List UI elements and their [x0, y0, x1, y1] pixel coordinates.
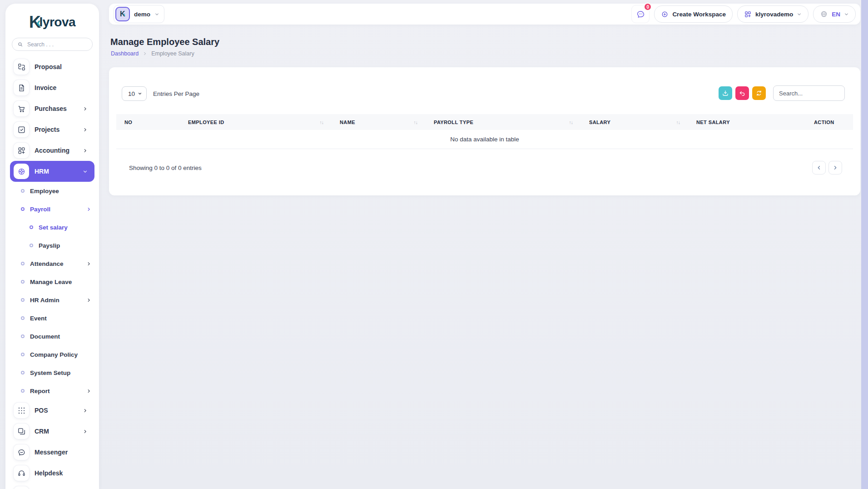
previous-page-button[interactable]	[812, 161, 826, 175]
sidebar-item-projects[interactable]: Projects	[10, 119, 94, 140]
column-label: NET SALARY	[696, 120, 730, 125]
table-footer: Showing 0 to 0 of 0 entries	[116, 161, 853, 175]
column-header-payroll-type[interactable]: PAYROLL TYPE↑↓	[426, 114, 581, 130]
sidebar-item-set-salary[interactable]: Set salary	[10, 218, 94, 236]
table-search-input[interactable]	[773, 85, 845, 101]
language-selector[interactable]: EN	[813, 5, 856, 23]
breadcrumb-dashboard-link[interactable]: Dashboard	[111, 50, 139, 57]
sidebar-item-report[interactable]: Report	[10, 382, 94, 400]
bullet-icon	[21, 353, 25, 356]
sidebar-item-purchases[interactable]: Purchases	[10, 98, 94, 119]
column-header-employee-id[interactable]: EMPLOYEE ID↑↓	[180, 114, 332, 130]
column-label: NAME	[340, 120, 355, 125]
sidebar-menu: ProposalInvoicePurchasesProjectsAccounti…	[5, 53, 99, 489]
bullet-icon	[30, 244, 33, 247]
table-header-row: NOEMPLOYEE ID↑↓NAME↑↓PAYROLL TYPE↑↓SALAR…	[116, 114, 853, 130]
globe-icon	[820, 10, 828, 18]
sidebar-item-label: Set salary	[39, 224, 68, 231]
sort-icon[interactable]: ↑↓	[414, 120, 418, 125]
projects-icon	[14, 122, 29, 137]
breadcrumb-current: Employee Salary	[151, 50, 194, 57]
helpdesk-icon	[14, 465, 29, 481]
column-header-action: ACTION	[806, 114, 853, 130]
sidebar-item-payroll[interactable]: Payroll	[10, 200, 94, 218]
sidebar-item-system-setup[interactable]: System Setup	[10, 364, 94, 382]
create-workspace-button[interactable]: Create Workspace	[654, 5, 733, 23]
bullet-icon	[21, 316, 25, 320]
sidebar-search-input[interactable]	[26, 41, 87, 48]
entries-per-page-label: Entries Per Page	[153, 90, 199, 97]
sidebar-item-pos[interactable]: POS	[10, 400, 94, 421]
chevron-right-icon	[83, 148, 88, 153]
chevron-left-icon	[816, 165, 822, 170]
workspace-switcher[interactable]: K‹ demo	[114, 5, 164, 23]
avatar-logo-accent-icon: ‹	[124, 11, 125, 17]
grid-plus-icon	[744, 10, 752, 18]
column-label: SALARY	[589, 120, 610, 125]
account-menu-button[interactable]: klyrovademo	[737, 5, 808, 23]
sidebar-item-label: Messenger	[35, 449, 68, 456]
sort-icon[interactable]: ↑↓	[676, 120, 680, 125]
sidebar-item-crm[interactable]: CRM	[10, 421, 94, 442]
sidebar-item-label: Proposal	[35, 63, 62, 70]
crm-icon	[14, 424, 29, 439]
chevron-right-icon	[83, 408, 88, 413]
sidebar-item-invoice[interactable]: Invoice	[10, 77, 94, 98]
logo-text: lyrova	[40, 16, 76, 29]
sidebar-item-event[interactable]: Event	[10, 309, 94, 327]
sidebar-item-label: POS	[35, 407, 48, 414]
sidebar-item-proposal[interactable]: Proposal	[10, 56, 94, 77]
sidebar-item-hrm[interactable]: HRM	[10, 161, 94, 182]
scrollbar[interactable]	[861, 0, 868, 489]
sidebar-item-label: Purchases	[35, 105, 67, 112]
sort-icon[interactable]: ↑↓	[320, 120, 324, 125]
sidebar-item-attendance[interactable]: Attendance	[10, 254, 94, 273]
reset-button[interactable]	[735, 86, 749, 100]
sidebar-search[interactable]	[12, 38, 93, 51]
chevron-right-icon	[86, 261, 91, 266]
account-label: klyrovademo	[755, 11, 793, 18]
sidebar-item-label: Document	[30, 333, 60, 340]
sidebar-item-hr-admin[interactable]: HR Admin	[10, 291, 94, 309]
bullet-icon	[21, 334, 25, 338]
sidebar-item-company-policy[interactable]: Company Policy	[10, 345, 94, 364]
sidebar-item-document[interactable]: Document	[10, 327, 94, 345]
bullet-icon	[21, 389, 25, 393]
sidebar-item-manage-leave[interactable]: Manage Leave	[10, 273, 94, 291]
bullet-icon	[30, 225, 33, 229]
entries-per-page-select[interactable]: 10	[122, 86, 147, 101]
column-label: EMPLOYEE ID	[188, 120, 224, 125]
page-title: Manage Employee Salary	[110, 37, 219, 47]
sidebar-item-helpdesk[interactable]: Helpdesk	[10, 463, 94, 484]
workspace-name: demo	[134, 11, 150, 18]
export-button[interactable]	[719, 86, 732, 100]
table-actions	[715, 85, 845, 101]
messages-button[interactable]: 0	[631, 5, 650, 23]
refresh-icon	[755, 90, 763, 97]
chevron-right-icon	[83, 429, 88, 434]
download-icon	[722, 90, 729, 97]
sidebar-item-label: Event	[30, 315, 47, 322]
chevron-down-icon	[797, 12, 802, 17]
bullet-icon	[21, 298, 25, 302]
column-label: PAYROLL TYPE	[434, 120, 473, 125]
next-page-button[interactable]	[828, 161, 842, 175]
sidebar-item-employee[interactable]: Employee	[10, 182, 94, 200]
messages-badge: 0	[644, 3, 652, 11]
sidebar-item-label: Projects	[35, 126, 60, 133]
column-header-salary[interactable]: SALARY↑↓	[581, 114, 688, 130]
sort-icon[interactable]: ↑↓	[569, 120, 573, 125]
sidebar-item-messenger[interactable]: Messenger	[10, 442, 94, 463]
employee-salary-table: NOEMPLOYEE ID↑↓NAME↑↓PAYROLL TYPE↑↓SALAR…	[116, 114, 853, 175]
column-header-name[interactable]: NAME↑↓	[332, 114, 426, 130]
app-logo: K‹lyrova	[5, 4, 99, 33]
sidebar-item-accounting[interactable]: Accounting	[10, 140, 94, 161]
sidebar-item-label: CRM	[35, 428, 49, 435]
sidebar-item-label: Company Policy	[30, 351, 78, 358]
sidebar-item-settings[interactable]: Settings	[10, 484, 94, 489]
refresh-button[interactable]	[752, 86, 766, 100]
sidebar-item-payslip[interactable]: Payslip	[10, 236, 94, 254]
create-workspace-label: Create Workspace	[672, 11, 726, 18]
sidebar-item-label: Accounting	[35, 147, 69, 154]
sidebar-item-label: Payslip	[39, 242, 60, 249]
